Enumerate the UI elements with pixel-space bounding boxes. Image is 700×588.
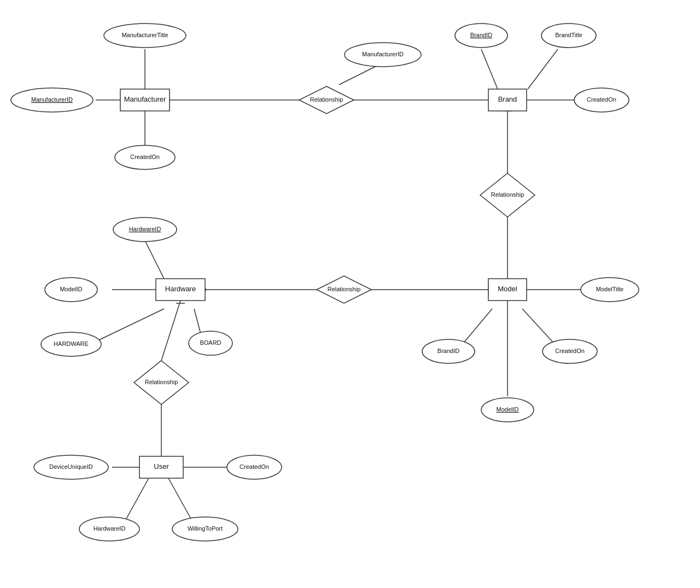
svg-line-30 <box>168 478 194 525</box>
svg-line-7 <box>481 49 498 89</box>
svg-line-29 <box>123 478 149 525</box>
attr-manufacturer-title-label: ManufacturerTitle <box>121 32 168 38</box>
svg-line-13 <box>145 240 164 279</box>
svg-line-22 <box>522 309 552 342</box>
entity-model-label: Model <box>498 285 517 293</box>
attr-manufacturer-id-label: ManufacturerID <box>31 96 73 103</box>
attr-board-label: BOARD <box>200 339 221 346</box>
attr-device-unique-id-label: DeviceUniqueID <box>49 463 93 470</box>
attr-willing-to-port-label: WillingToPort <box>188 525 223 532</box>
entity-hardware-label: Hardware <box>165 285 196 293</box>
attr-brand-id-model-label: BrandID <box>438 348 459 354</box>
er-diagram: Manufacturer Brand Hardware Model User R… <box>0 0 700 588</box>
attr-createdon-model-label: CreatedOn <box>555 348 585 354</box>
entity-brand-label: Brand <box>498 95 517 103</box>
attr-manufacturer-createdon-label: CreatedOn <box>130 154 160 160</box>
attr-model-id-model-label: ModelID <box>497 406 519 413</box>
svg-line-24 <box>161 301 180 361</box>
attr-brand-id-label: BrandID <box>470 32 492 38</box>
svg-line-21 <box>464 309 492 343</box>
attr-hardware-id-user-label: HardwareID <box>94 525 126 532</box>
svg-line-18 <box>96 309 164 342</box>
attr-hardware-type-label: HARDWARE <box>54 340 89 347</box>
attr-user-createdon-label: CreatedOn <box>240 463 269 470</box>
relationship-1-label: Relationship <box>310 96 343 103</box>
relationship-2-label: Relationship <box>491 191 524 198</box>
entity-user-label: User <box>154 462 169 471</box>
attr-brand-createdon-label: CreatedOn <box>587 96 616 103</box>
entity-manufacturer-label: Manufacturer <box>124 95 166 103</box>
relationship-3-label: Relationship <box>328 286 361 292</box>
attr-model-title-label: ModelTitle <box>596 286 623 292</box>
attr-model-id-hw-label: ModelID <box>60 286 83 292</box>
attr-hardware-id-label: HardwareID <box>129 226 161 232</box>
attr-brand-title-label: BrandTitle <box>555 32 582 38</box>
svg-line-8 <box>528 49 558 89</box>
attr-manufacturer-id2-label: ManufacturerID <box>362 51 404 57</box>
relationship-4-label: Relationship <box>145 379 178 385</box>
